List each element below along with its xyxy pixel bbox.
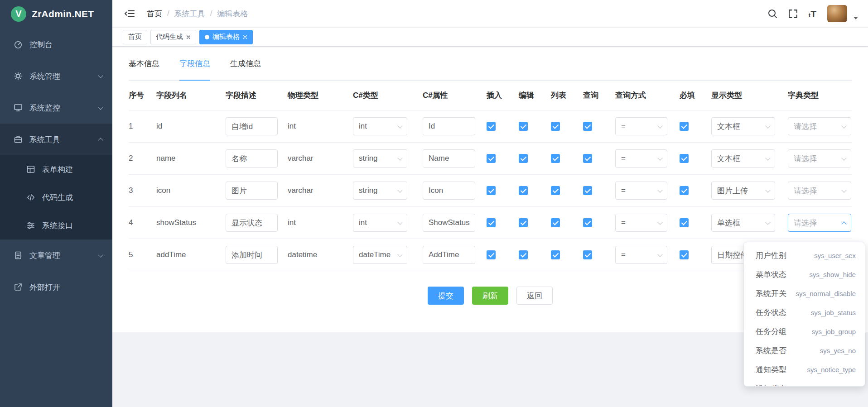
required-checkbox[interactable] [680, 154, 689, 163]
list-checkbox[interactable] [551, 218, 560, 227]
csharp-property-input[interactable]: Id [423, 117, 475, 135]
csharp-property-input[interactable]: AddTime [423, 246, 475, 264]
submit-button[interactable]: 提交 [428, 287, 464, 305]
dropdown-option[interactable]: 通知类型sys_notice_type [744, 360, 865, 379]
column-desc-input[interactable]: 自增id [226, 117, 278, 135]
select-placeholder: 请选择 [794, 186, 817, 196]
csharp-property-input[interactable]: Name [423, 149, 475, 168]
sidebar-item-form-build[interactable]: 表单构建 [0, 155, 112, 183]
display-type-select[interactable]: 单选框 [711, 214, 775, 232]
tab-gen-info[interactable]: 生成信息 [230, 58, 261, 80]
edit-checkbox[interactable] [519, 250, 528, 259]
csharp-property-input[interactable]: ShowStatus [423, 214, 475, 232]
sidebar-item-dashboard[interactable]: 控制台 [0, 29, 112, 60]
insert-checkbox[interactable] [487, 154, 496, 163]
dict-type-select-open[interactable]: 请选择 [788, 214, 851, 232]
required-checkbox[interactable] [680, 186, 689, 195]
dropdown-option[interactable]: 任务状态sys_job_status [744, 303, 865, 322]
input-value: 自增id [231, 121, 253, 132]
column-desc-input[interactable]: 添加时间 [226, 246, 278, 264]
required-checkbox[interactable] [680, 250, 689, 259]
collapse-sidebar-icon[interactable] [124, 9, 135, 18]
sidebar-item-system-api[interactable]: 系统接口 [0, 211, 112, 239]
query-checkbox[interactable] [583, 250, 592, 259]
query-checkbox[interactable] [583, 154, 592, 163]
sidebar-item-code-gen[interactable]: 代码生成 [0, 183, 112, 211]
tag-home[interactable]: 首页 [123, 30, 147, 44]
csharp-type-select[interactable]: int [353, 117, 407, 135]
chevron-down-icon [765, 220, 770, 225]
dropdown-option[interactable]: 系统开关sys_normal_disable [744, 284, 865, 303]
dict-type-select[interactable]: 请选择 [788, 182, 851, 200]
chevron-down-icon [397, 252, 402, 257]
edit-checkbox[interactable] [519, 154, 528, 163]
csharp-type-select[interactable]: dateTime [353, 246, 407, 264]
close-icon[interactable] [243, 35, 247, 39]
query-checkbox[interactable] [583, 186, 592, 195]
query-method-select[interactable]: = [615, 246, 667, 264]
select-value: string [359, 186, 378, 195]
edit-checkbox[interactable] [519, 218, 528, 227]
sidebar-item-system-manage[interactable]: 系统管理 [0, 60, 112, 92]
query-method-select[interactable]: = [615, 117, 667, 135]
column-desc-input[interactable]: 显示状态 [226, 214, 278, 232]
logo[interactable]: V ZrAdmin.NET [0, 0, 112, 28]
font-size-icon[interactable]: tT [809, 9, 816, 19]
insert-checkbox[interactable] [487, 186, 496, 195]
csharp-property-input[interactable]: Icon [423, 182, 475, 200]
list-checkbox[interactable] [551, 122, 560, 131]
query-method-select[interactable]: = [615, 214, 667, 232]
list-checkbox[interactable] [551, 154, 560, 163]
query-checkbox[interactable] [583, 122, 592, 131]
tab-basic-info[interactable]: 基本信息 [129, 58, 159, 80]
select-value: int [359, 218, 367, 227]
tab-field-info[interactable]: 字段信息 [179, 58, 210, 81]
breadcrumb-item-home[interactable]: 首页 [147, 9, 162, 19]
close-icon[interactable] [186, 35, 191, 39]
sidebar-item-system-monitor[interactable]: 系统监控 [0, 92, 112, 124]
sidebar-item-external-open[interactable]: 外部打开 [0, 271, 112, 303]
csharp-type-select[interactable]: string [353, 149, 407, 168]
edit-checkbox[interactable] [519, 122, 528, 131]
dropdown-option[interactable]: 用户性别sys_user_sex [744, 246, 865, 265]
dropdown-option[interactable]: 系统是否sys_yes_no [744, 341, 865, 360]
required-checkbox[interactable] [680, 218, 689, 227]
csharp-type-select[interactable]: string [353, 182, 407, 200]
user-avatar[interactable] [827, 5, 847, 22]
insert-checkbox[interactable] [487, 218, 496, 227]
query-method-select[interactable]: = [615, 149, 667, 168]
table-row: 2 name 名称 varchar string Name = 文本框 请选择 [129, 143, 852, 175]
back-button[interactable]: 返回 [516, 287, 553, 305]
edit-checkbox[interactable] [519, 186, 528, 195]
list-checkbox[interactable] [551, 186, 560, 195]
input-value: 添加时间 [231, 250, 262, 260]
col-header: 必填 [680, 90, 711, 101]
dict-type-select[interactable]: 请选择 [788, 117, 851, 135]
tag-edit-table[interactable]: 编辑表格 [199, 30, 253, 44]
refresh-button[interactable]: 刷新 [472, 287, 508, 305]
dict-type-select[interactable]: 请选择 [788, 149, 851, 168]
query-checkbox[interactable] [583, 218, 592, 227]
search-icon[interactable] [767, 9, 777, 19]
caret-down-icon[interactable] [854, 17, 858, 19]
display-type-select[interactable]: 图片上传 [711, 182, 775, 200]
sidebar-item-system-tools[interactable]: 系统工具 [0, 124, 112, 155]
select-value: 文本框 [717, 153, 740, 164]
column-desc-input[interactable]: 名称 [226, 149, 278, 168]
required-checkbox[interactable] [680, 122, 689, 131]
insert-checkbox[interactable] [487, 122, 496, 131]
select-value: dateTime [359, 250, 391, 259]
sidebar-item-article-manage[interactable]: 文章管理 [0, 239, 112, 271]
query-method-select[interactable]: = [615, 182, 667, 200]
insert-checkbox[interactable] [487, 250, 496, 259]
tag-code-gen[interactable]: 代码生成 [150, 30, 196, 44]
column-desc-input[interactable]: 图片 [226, 182, 278, 200]
dropdown-option[interactable]: 通知状态 [744, 379, 865, 387]
list-checkbox[interactable] [551, 250, 560, 259]
fullscreen-icon[interactable] [788, 9, 798, 19]
display-type-select[interactable]: 文本框 [711, 117, 775, 135]
csharp-type-select[interactable]: int [353, 214, 407, 232]
dropdown-option[interactable]: 菜单状态sys_show_hide [744, 265, 865, 284]
display-type-select[interactable]: 文本框 [711, 149, 775, 168]
dropdown-option[interactable]: 任务分组sys_job_group [744, 322, 865, 341]
